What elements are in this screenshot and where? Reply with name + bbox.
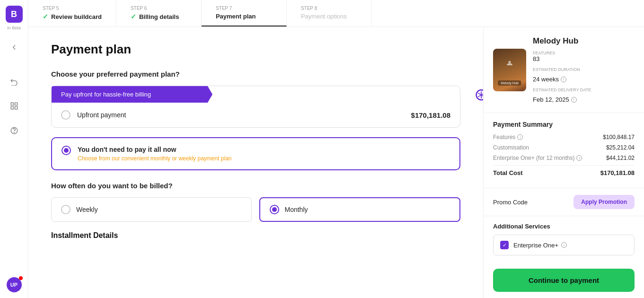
billing-question: How often do you want to be billed?	[51, 182, 460, 190]
svg-rect-2	[11, 107, 13, 109]
steps-header: STEP 5 ✓ Review buildcard STEP 6 ✓ Billi…	[28, 0, 644, 27]
summary-row-enterprise: Enterprise One+ (for 12 months) i $44,12…	[493, 155, 635, 161]
payment-card: Pay upfront for hassle-free billing ⊛ Up…	[51, 86, 460, 128]
svg-point-6	[509, 61, 511, 63]
customisation-label: Customisation	[493, 144, 529, 151]
step-5: STEP 5 ✓ Review buildcard	[28, 0, 116, 26]
pay-later-radio-inner	[64, 148, 69, 153]
step8-name: Payment options	[301, 13, 357, 20]
upfront-radio[interactable]	[61, 110, 71, 120]
service-item-enterprise[interactable]: ✓ Enterprise One+ i	[493, 235, 635, 255]
summary-row-total: Total Cost $170,181.08	[493, 165, 635, 176]
step6-label: STEP 6	[131, 6, 187, 11]
features-label: FEATURES	[533, 51, 591, 55]
pay-later-radio[interactable]	[62, 146, 71, 155]
promo-percent-icon: ⊛	[474, 85, 483, 105]
pay-later-card[interactable]: You don't need to pay it all now Choose …	[51, 137, 460, 170]
weekly-radio[interactable]	[61, 205, 71, 214]
grid-icon[interactable]	[7, 98, 22, 114]
pay-later-subtitle: Choose from our convenient monthly or we…	[78, 155, 232, 162]
enterprise-label: Enterprise One+ (for 12 months) i	[493, 155, 582, 161]
svg-rect-1	[15, 103, 17, 105]
back-button[interactable]	[7, 40, 22, 55]
upfront-price: $170,181.08	[411, 111, 450, 119]
total-value: $170,181.08	[600, 169, 635, 176]
payment-plan-question: Choose your preferred payment plan?	[51, 70, 460, 78]
duration-label: ESTIMATED DURATION	[533, 67, 591, 72]
promo-label: Promo Code	[493, 199, 528, 206]
main-content: Payment plan Choose your preferred payme…	[28, 27, 483, 298]
sidebar: B In Beta UP	[0, 0, 28, 298]
sidebar-logo: B	[6, 6, 23, 23]
summary-title: Payment Summary	[493, 121, 635, 128]
delivery-info-icon: i	[571, 97, 577, 103]
weekly-option[interactable]: Weekly	[51, 197, 252, 222]
features-info-icon: i	[517, 134, 523, 140]
step5-name: ✓ Review buildcard	[43, 13, 102, 20]
step7-label: STEP 7	[216, 6, 272, 11]
additional-services: Additional Services ✓ Enterprise One+ i	[484, 216, 644, 262]
step-8: STEP 8 Payment options	[287, 0, 372, 26]
promo-section: Promo Code Apply Promotion	[484, 188, 644, 216]
enterprise-service-label: Enterprise One+ i	[513, 242, 567, 249]
undo-icon[interactable]	[7, 74, 22, 89]
monthly-radio-inner	[272, 207, 277, 212]
total-label: Total Cost	[493, 169, 523, 176]
delivery-value: Feb 12, 2025	[533, 96, 569, 103]
main-wrapper: STEP 5 ✓ Review buildcard STEP 6 ✓ Billi…	[28, 0, 644, 298]
features-summary-value: $100,848.17	[603, 134, 635, 140]
features-summary-label: Features i	[493, 134, 523, 140]
payment-summary: Payment Summary Features i $100,848.17 C…	[484, 113, 644, 188]
pay-later-text: You don't need to pay it all now Choose …	[78, 146, 232, 162]
product-info: Melody Hub FEATURES 83 ESTIMATED DURATIO…	[533, 36, 591, 103]
step-6: STEP 6 ✓ Billing details	[116, 0, 202, 26]
svg-rect-3	[15, 107, 17, 109]
step5-check: ✓	[43, 13, 48, 20]
duration-value: 24 weeks	[533, 76, 559, 83]
weekly-label: Weekly	[76, 206, 98, 213]
step-7: STEP 7 Payment plan	[202, 0, 287, 26]
customisation-value: $25,212.04	[606, 144, 635, 151]
product-card: Melody Hub Melody Hub FEATURES 83 ESTIMA…	[484, 27, 644, 113]
step5-label: STEP 5	[43, 6, 102, 11]
enterprise-value: $44,121.02	[606, 155, 635, 161]
step6-check: ✓	[131, 13, 136, 20]
installment-title: Installment Details	[51, 231, 460, 240]
promo-banner: Pay upfront for hassle-free billing	[52, 86, 212, 103]
summary-row-features: Features i $100,848.17	[493, 134, 635, 140]
avatar[interactable]: UP	[7, 277, 22, 292]
continue-to-payment-button[interactable]: Continue to payment	[493, 269, 635, 292]
content-area: Payment plan Choose your preferred payme…	[28, 27, 644, 298]
monthly-radio[interactable]	[270, 205, 279, 214]
product-name: Melody Hub	[533, 36, 591, 46]
page-title: Payment plan	[51, 42, 460, 57]
step7-name: Payment plan	[216, 13, 272, 20]
additional-services-title: Additional Services	[493, 223, 635, 230]
pay-later-title: You don't need to pay it all now	[78, 146, 232, 153]
monthly-option[interactable]: Monthly	[259, 197, 461, 222]
product-image: Melody Hub	[493, 49, 526, 91]
svg-rect-0	[11, 103, 13, 105]
step8-label: STEP 8	[301, 6, 357, 11]
sidebar-beta-label: In Beta	[7, 26, 21, 30]
delivery-row: Feb 12, 2025 i	[533, 96, 591, 103]
features-value: 83	[533, 55, 591, 62]
billing-options: Weekly Monthly	[51, 197, 460, 222]
apply-promotion-button[interactable]: Apply Promotion	[573, 195, 635, 209]
enterprise-service-info-icon: i	[561, 242, 567, 248]
right-panel: Melody Hub Melody Hub FEATURES 83 ESTIMA…	[483, 27, 644, 298]
product-image-label: Melody Hub	[498, 80, 521, 86]
notification-badge	[19, 276, 23, 280]
enterprise-checkbox[interactable]: ✓	[500, 241, 509, 249]
upfront-option[interactable]: Upfront payment $170,181.08	[52, 103, 460, 127]
summary-row-customisation: Customisation $25,212.04	[493, 144, 635, 151]
upfront-label: Upfront payment	[77, 111, 405, 119]
monthly-label: Monthly	[285, 206, 308, 213]
duration-info-icon: i	[561, 77, 566, 82]
support-icon[interactable]	[7, 123, 22, 138]
svg-point-5	[14, 132, 14, 133]
step6-name: ✓ Billing details	[131, 13, 187, 20]
delivery-label: ESTIMATED DELIVERY DATE	[533, 88, 591, 92]
duration-row: 24 weeks i	[533, 76, 591, 83]
enterprise-info-icon: i	[576, 155, 582, 161]
